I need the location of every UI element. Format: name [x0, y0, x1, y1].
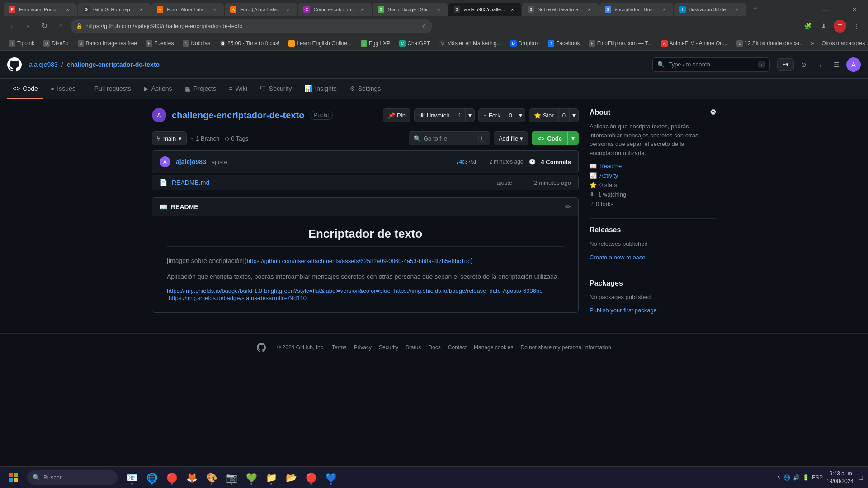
menu-button[interactable]: ⋮	[850, 20, 863, 33]
watch-dropdown[interactable]: ▾	[465, 109, 474, 122]
activity-link[interactable]: 📈 Activity	[590, 172, 716, 179]
taskbar-vscode[interactable]: 💙	[322, 469, 340, 487]
footer-cookies[interactable]: Manage cookies	[474, 344, 513, 351]
user-avatar[interactable]: A	[846, 57, 861, 72]
forward-button[interactable]: ›	[22, 20, 34, 33]
tab-6[interactable]: S Static Badge | Shi... ×	[373, 3, 448, 16]
footer-docs[interactable]: Docs	[428, 344, 440, 351]
footer-terms[interactable]: Terms	[332, 344, 347, 351]
issues-icon[interactable]: ⊙	[797, 58, 810, 71]
bookmark-noticias[interactable]: N Noticias	[179, 38, 214, 49]
nav-wiki[interactable]: ≡ Wiki	[223, 79, 253, 99]
breadcrumb-user[interactable]: ajalejo983	[29, 61, 58, 68]
new-tab-button[interactable]: +	[749, 2, 762, 14]
footer-status[interactable]: Status	[406, 344, 421, 351]
star-button[interactable]: ⭐ Star	[529, 112, 558, 119]
new-repo-button[interactable]: +▾	[777, 58, 794, 71]
tab-4[interactable]: A Foro | Alura Lata... ×	[225, 3, 297, 16]
readme-edit-button[interactable]: ✏	[565, 202, 571, 211]
downloads-button[interactable]: ⬇	[817, 20, 830, 33]
bookmark-fino[interactable]: F FinoFilipino.com — T...	[585, 38, 656, 49]
repo-title[interactable]: challenge-encriptador-de-texto	[172, 110, 304, 121]
minimize-button[interactable]: —	[819, 4, 832, 16]
bookmark-egg[interactable]: E Egg LXP	[357, 38, 394, 49]
fork-button[interactable]: ⑂ Fork	[479, 112, 505, 119]
nav-issues[interactable]: ● Issues	[45, 79, 81, 99]
taskbar-photoshop[interactable]: 📷	[222, 469, 241, 487]
back-button[interactable]: ‹	[5, 20, 18, 33]
tab-close-1[interactable]: ×	[64, 6, 71, 13]
readme-badge2-link[interactable]: https://img.shields.io/badge/release_dat…	[394, 287, 543, 294]
tab-close-7[interactable]: ×	[509, 6, 516, 13]
readme-link[interactable]: 📖 Readme	[590, 163, 716, 169]
bookmark-fuentes[interactable]: F Fuentes	[142, 38, 177, 49]
taskbar-search[interactable]: 🔍 Buscar	[27, 470, 118, 485]
taskbar-firefox[interactable]: 🦊	[183, 469, 201, 487]
footer-privacy[interactable]: Privacy	[354, 344, 372, 351]
bookmark-time[interactable]: ⏰ 25:00 - Time to focus!	[216, 38, 283, 49]
create-release-link[interactable]: Create a new release	[590, 254, 716, 261]
tab-5[interactable]: C Cómo escribir un... ×	[298, 3, 371, 16]
star-count[interactable]: 0	[558, 109, 569, 122]
taskbar-folder[interactable]: 📂	[282, 469, 300, 487]
pullrequests-icon[interactable]: ⑂	[814, 58, 826, 71]
watch-count[interactable]: 1	[454, 109, 465, 122]
code-dropdown[interactable]: ▾	[567, 132, 578, 145]
taskbar-outlook[interactable]: 📧	[123, 469, 141, 487]
tray-arrow-icon[interactable]: ∧	[777, 474, 781, 481]
bookmark-star-icon[interactable]: ☆	[422, 23, 427, 29]
bookmark-facebook[interactable]: f Facebook	[544, 38, 584, 49]
bookmark-banco[interactable]: B Banco imagenes free	[74, 38, 141, 49]
footer-privacy-info[interactable]: Do not share my personal information	[520, 344, 611, 351]
nav-security[interactable]: 🛡 Security	[255, 79, 297, 99]
extensions-button[interactable]: 🧩	[801, 20, 814, 33]
file-name[interactable]: README.md	[172, 179, 209, 186]
taskbar-illustrator[interactable]: 🎨	[203, 469, 221, 487]
commits-link[interactable]: 4 Commits	[541, 159, 571, 165]
tab-close-10[interactable]: ×	[734, 6, 741, 13]
footer-contact[interactable]: Contact	[448, 344, 467, 351]
close-button[interactable]: ×	[848, 4, 861, 16]
pin-button[interactable]: 📌 Pin	[383, 108, 410, 122]
footer-security[interactable]: Security	[379, 344, 398, 351]
nav-insights[interactable]: 📊 Insights	[299, 79, 342, 99]
bookmark-dropbox[interactable]: D Dropbox	[507, 38, 542, 49]
go-to-file-button[interactable]: 🔍 Go to file t	[409, 131, 490, 145]
github-search[interactable]: 🔍 Type / to search /	[652, 57, 770, 72]
tab-10[interactable]: I Ilustración 3d de... ×	[674, 3, 746, 16]
tab-close-2[interactable]: ×	[138, 6, 145, 13]
branch-count[interactable]: ⑂ 1 Branch	[190, 135, 219, 142]
commit-hash[interactable]: 74c3751	[456, 159, 477, 165]
maximize-button[interactable]: □	[834, 4, 846, 16]
taskbar-app-red[interactable]: 🔴	[302, 469, 320, 487]
readme-badge3-link[interactable]: https://img.shields.io/badge/status-desa…	[169, 295, 307, 301]
about-gear-icon[interactable]: ⚙	[710, 108, 716, 117]
tab-close-4[interactable]: ×	[284, 6, 292, 13]
nav-actions[interactable]: ▶ Actions	[138, 79, 178, 99]
tab-1[interactable]: F Formación Princi... ×	[4, 3, 77, 16]
nav-projects[interactable]: ▦ Projects	[179, 79, 222, 99]
home-button[interactable]: ⌂	[54, 20, 67, 33]
tab-9[interactable]: G encriptador - Bus... ×	[599, 3, 673, 16]
nav-code[interactable]: <> Code	[7, 79, 43, 99]
watch-button[interactable]: 👁 Unwatch	[415, 112, 454, 119]
readme-image-link[interactable]: https://github.com/user-attachments/asse…	[247, 258, 471, 264]
nav-pullrequests[interactable]: ⑂ Pull requests	[83, 79, 137, 99]
refresh-button[interactable]: ↻	[38, 20, 51, 33]
readme-badge1-link[interactable]: https://img.shields.io/badge/build-1.0-b…	[167, 287, 391, 294]
add-file-button[interactable]: Add file ▾	[494, 131, 528, 145]
taskbar-explorer[interactable]: 📁	[262, 469, 280, 487]
bookmark-diseno[interactable]: D Diseño	[40, 38, 72, 49]
bookmark-english[interactable]: E Learn English Online...	[285, 38, 355, 49]
bookmarks-more[interactable]: »	[809, 40, 816, 47]
address-bar[interactable]: 🔒 https://github.com/ajalejo983/challeng…	[71, 19, 432, 33]
tab-2[interactable]: G Git y GitHub: rep... ×	[78, 3, 151, 16]
fork-count[interactable]: 0	[505, 109, 516, 122]
tab-7-active[interactable]: G ajalejo983/challe... ×	[448, 3, 521, 16]
star-dropdown[interactable]: ▾	[569, 109, 578, 122]
tab-close-9[interactable]: ×	[660, 6, 668, 13]
tab-close-6[interactable]: ×	[435, 6, 442, 13]
taskbar-edge[interactable]: 🌐	[143, 469, 161, 487]
bookmark-otros[interactable]: Otros marcadores	[818, 38, 868, 49]
tab-close-3[interactable]: ×	[211, 6, 218, 13]
